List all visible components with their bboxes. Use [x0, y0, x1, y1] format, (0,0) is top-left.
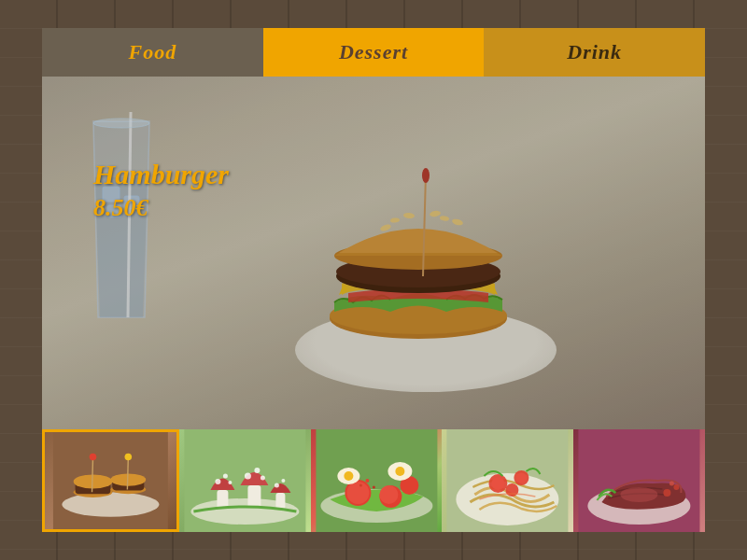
main-image: Hamburger 8.50€ [42, 28, 705, 429]
svg-point-33 [215, 479, 220, 484]
svg-point-34 [223, 474, 228, 479]
svg-point-12 [430, 210, 442, 217]
svg-point-55 [372, 486, 374, 489]
svg-point-62 [516, 473, 527, 483]
svg-point-15 [440, 216, 450, 221]
svg-point-28 [90, 454, 97, 461]
svg-point-42 [281, 479, 285, 483]
svg-point-46 [346, 482, 369, 504]
glass-decoration [79, 103, 163, 345]
svg-rect-36 [247, 485, 261, 508]
thumbnail-2[interactable] [179, 429, 311, 532]
dish-name: Hamburger [93, 159, 229, 190]
app-container: Food Dessert Drink [42, 28, 705, 532]
tab-food-label: Food [128, 40, 176, 64]
svg-point-39 [261, 476, 265, 481]
svg-point-67 [674, 484, 680, 490]
thumbnail-4[interactable] [442, 429, 573, 532]
svg-point-10 [379, 223, 391, 232]
tab-drink[interactable]: Drink [484, 28, 705, 77]
tab-dessert[interactable]: Dessert [263, 28, 485, 77]
svg-line-26 [92, 458, 93, 492]
svg-point-38 [254, 468, 260, 473]
tab-dessert-label: Dessert [339, 40, 408, 64]
svg-point-54 [365, 479, 369, 483]
thumbnail-5[interactable] [573, 429, 705, 532]
svg-point-66 [664, 489, 671, 497]
svg-point-69 [621, 487, 658, 502]
thumbnail-strip [42, 429, 705, 532]
svg-point-48 [379, 485, 398, 504]
svg-point-13 [451, 218, 463, 227]
svg-point-37 [245, 473, 251, 480]
svg-line-27 [127, 458, 128, 489]
svg-point-29 [125, 454, 133, 461]
dish-price: 8.50€ [93, 194, 229, 222]
svg-point-68 [669, 482, 674, 486]
svg-point-4 [93, 119, 149, 128]
burger-illustration [306, 155, 530, 364]
tab-bar: Food Dessert Drink [42, 28, 705, 77]
svg-point-41 [275, 483, 279, 488]
svg-rect-32 [217, 490, 228, 509]
svg-rect-40 [275, 493, 285, 510]
tab-drink-label: Drink [567, 40, 622, 64]
thumbnail-1[interactable] [42, 429, 179, 532]
svg-point-53 [395, 467, 404, 476]
dish-info: Hamburger 8.50€ [93, 159, 229, 222]
svg-point-51 [344, 471, 353, 481]
svg-point-35 [228, 481, 232, 484]
svg-point-17 [422, 168, 430, 183]
svg-point-14 [390, 217, 400, 223]
svg-point-56 [359, 484, 361, 487]
tab-food[interactable]: Food [42, 28, 263, 77]
svg-point-60 [492, 477, 505, 490]
thumbnail-3[interactable] [311, 429, 443, 532]
svg-point-19 [62, 492, 159, 516]
svg-point-11 [403, 212, 415, 218]
